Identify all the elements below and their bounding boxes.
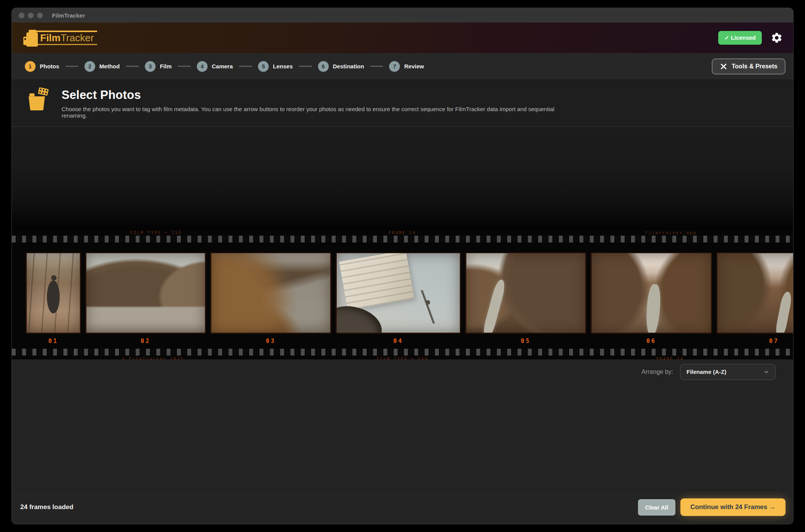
licensed-badge: ✓ Licensed (718, 31, 762, 45)
step-number: 1 (25, 61, 36, 72)
film-frame[interactable]: 04 (336, 252, 461, 346)
step-connector (239, 66, 252, 67)
sprocket-holes-bottom (12, 349, 793, 356)
close-window-button[interactable] (19, 13, 24, 18)
step-label: Review (404, 63, 424, 70)
step-number: 7 (389, 61, 400, 72)
film-frame[interactable]: 05 (466, 252, 586, 346)
frame-number: 06 (646, 338, 656, 344)
brand-tracker-text: Tracker (60, 32, 94, 44)
filmstrip-bottom-edge: © FilmTracker 2025 FILM TYPE + ISO FRAME… (12, 356, 793, 362)
frame-photo[interactable] (466, 252, 586, 333)
page-title: Select Photos (62, 88, 581, 102)
step-number: 6 (318, 61, 329, 72)
frame-number: 05 (521, 338, 531, 344)
continue-button[interactable]: Continue with 24 Frames → (680, 498, 786, 516)
stepper-step-method[interactable]: 2 Method (84, 61, 120, 72)
film-frame[interactable]: 02 (86, 252, 206, 346)
traffic-lights (19, 13, 43, 18)
frame-count-label: FRAME 24 (389, 231, 416, 235)
frame-photo[interactable] (26, 252, 81, 333)
step-connector (65, 66, 78, 67)
stepper-step-lenses[interactable]: 5 Lenses (258, 61, 293, 72)
arrange-by-select[interactable]: Filename (A-Z) (680, 364, 776, 380)
film-type-label: FILM TYPE + ISO (130, 231, 182, 235)
chevron-down-icon (763, 369, 770, 375)
content-spacer (12, 384, 793, 492)
brand-wordmark: FilmTracker (36, 31, 97, 45)
photos-row: 01 02 03 04 05 06 07 (12, 252, 793, 346)
clear-all-button[interactable]: Clear All (638, 499, 675, 516)
copyright-label: © FilmTracker 2025 (122, 357, 184, 361)
step-label: Camera (212, 63, 233, 70)
tools-icon (720, 63, 727, 70)
step-connector (126, 66, 139, 67)
frames-loaded-status: 24 frames loaded (20, 503, 73, 511)
step-number: 5 (258, 61, 269, 72)
select-photos-section: Select Photos Choose the photos you want… (12, 80, 793, 126)
photo-folder-icon (27, 87, 51, 111)
step-number: 3 (145, 61, 156, 72)
frame-number: 03 (266, 338, 276, 344)
stepper-step-camera[interactable]: 4 Camera (197, 61, 233, 72)
minimize-window-button[interactable] (28, 13, 34, 18)
frame-count-label-bottom: FRAME 24 (656, 357, 684, 361)
wizard-stepper: 1 Photos 2 Method 3 Film 4 Camera 5 Lens… (12, 53, 793, 80)
app-window: FilmTracker FilmTracker ✓ Licensed 1 Pho… (11, 8, 794, 524)
step-label: Film (160, 63, 172, 70)
gear-icon (771, 32, 783, 44)
step-label: Photos (40, 63, 59, 70)
step-label: Destination (333, 63, 364, 70)
tools-presets-label: Tools & Presets (732, 63, 777, 70)
sprocket-holes-top (12, 236, 793, 243)
frame-photo[interactable] (86, 252, 206, 333)
step-number: 2 (84, 61, 95, 72)
frame-number: 01 (48, 338, 58, 344)
filmstrip-top-edge: FILM TYPE + ISO FRAME 24 filmtracker.app (12, 230, 793, 236)
stepper-step-film[interactable]: 3 Film (145, 61, 172, 72)
brand-logo: FilmTracker (23, 29, 97, 47)
arrange-by-label: Arrange by: (641, 369, 673, 375)
stepper-steps: 1 Photos 2 Method 3 Film 4 Camera 5 Lens… (25, 61, 424, 72)
film-type-label-bottom: FILM TYPE + ISO (377, 357, 428, 361)
film-frame[interactable]: 03 (211, 252, 331, 346)
app-header: FilmTracker ✓ Licensed (12, 23, 793, 53)
arrange-row: Arrange by: Filename (A-Z) (12, 359, 793, 384)
stepper-step-review[interactable]: 7 Review (389, 61, 424, 72)
window-title: FilmTracker (52, 12, 85, 19)
film-frame[interactable]: 07 (717, 252, 793, 346)
page-description: Choose the photos you want to tag with f… (62, 106, 581, 119)
frame-photo[interactable] (336, 252, 461, 333)
frame-photo[interactable] (211, 252, 331, 333)
zoom-window-button[interactable] (37, 13, 43, 18)
step-number: 4 (197, 61, 208, 72)
frame-number: 02 (141, 338, 151, 344)
film-canister-icon (23, 29, 39, 47)
step-connector (178, 66, 191, 67)
frame-photo[interactable] (591, 252, 712, 333)
film-frame[interactable]: 01 (26, 252, 81, 346)
arrange-by-value: Filename (A-Z) (687, 369, 726, 375)
brand-film-text: Film (40, 32, 60, 44)
frame-number: 04 (393, 338, 403, 344)
settings-button[interactable] (770, 31, 783, 44)
tools-presets-button[interactable]: Tools & Presets (712, 58, 786, 74)
footer-bar: 24 frames loaded Clear All Continue with… (12, 492, 793, 524)
titlebar: FilmTracker (12, 8, 793, 23)
step-label: Method (99, 63, 120, 70)
content-fade-zone (12, 126, 793, 230)
film-frame[interactable]: 06 (591, 252, 712, 346)
frame-number: 07 (769, 338, 779, 344)
stepper-step-photos[interactable]: 1 Photos (25, 61, 59, 72)
step-connector (370, 66, 383, 67)
frame-photo[interactable] (717, 252, 793, 333)
step-connector (299, 66, 312, 67)
filmstrip: FILM TYPE + ISO FRAME 24 filmtracker.app… (12, 230, 793, 359)
stepper-step-destination[interactable]: 6 Destination (318, 61, 364, 72)
step-label: Lenses (273, 63, 293, 70)
app-url-label: filmtracker.app (645, 231, 697, 235)
